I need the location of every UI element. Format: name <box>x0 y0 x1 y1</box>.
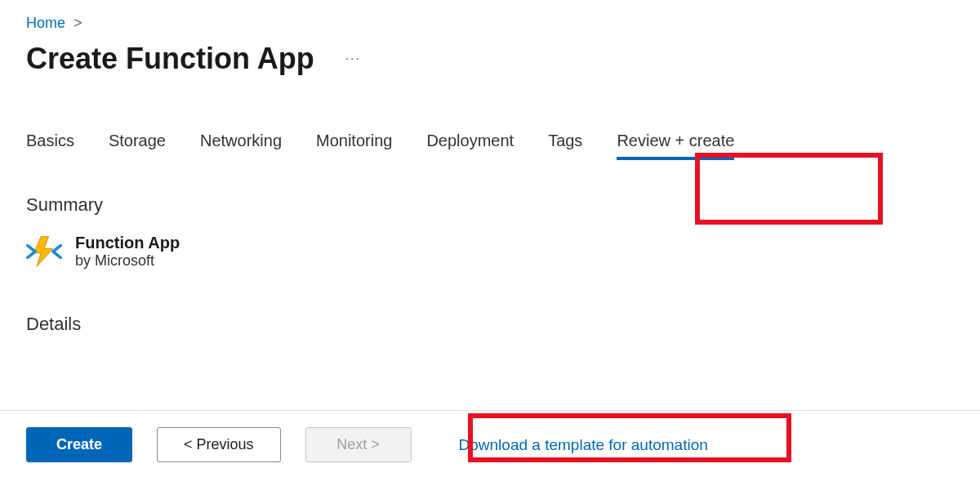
tab-monitoring[interactable]: Monitoring <box>316 132 392 160</box>
details-heading: Details <box>26 314 954 335</box>
tab-review-create[interactable]: Review + create <box>617 132 734 160</box>
tab-basics[interactable]: Basics <box>26 132 74 160</box>
tabs-container: Basics Storage Networking Monitoring Dep… <box>26 132 954 160</box>
previous-button[interactable]: < Previous <box>157 427 281 462</box>
tab-storage[interactable]: Storage <box>109 132 166 160</box>
footer-bar: Create < Previous Next > Download a temp… <box>0 410 980 477</box>
create-button[interactable]: Create <box>26 427 132 462</box>
download-template-link[interactable]: Download a template for automation <box>459 436 708 454</box>
tab-deployment[interactable]: Deployment <box>426 132 514 160</box>
summary-heading: Summary <box>26 194 954 216</box>
tab-tags[interactable]: Tags <box>548 132 582 160</box>
function-app-icon <box>26 234 62 270</box>
app-name: Function App <box>75 234 180 252</box>
breadcrumb-separator: > <box>74 15 82 32</box>
summary-item: Function App by Microsoft <box>26 234 954 270</box>
tab-networking[interactable]: Networking <box>200 132 282 160</box>
more-actions-button[interactable]: ··· <box>339 48 368 69</box>
breadcrumb-home[interactable]: Home <box>26 15 65 32</box>
next-button: Next > <box>305 427 412 462</box>
page-title: Create Function App <box>26 42 314 76</box>
breadcrumb: Home > <box>26 15 954 32</box>
app-publisher: by Microsoft <box>75 252 180 270</box>
